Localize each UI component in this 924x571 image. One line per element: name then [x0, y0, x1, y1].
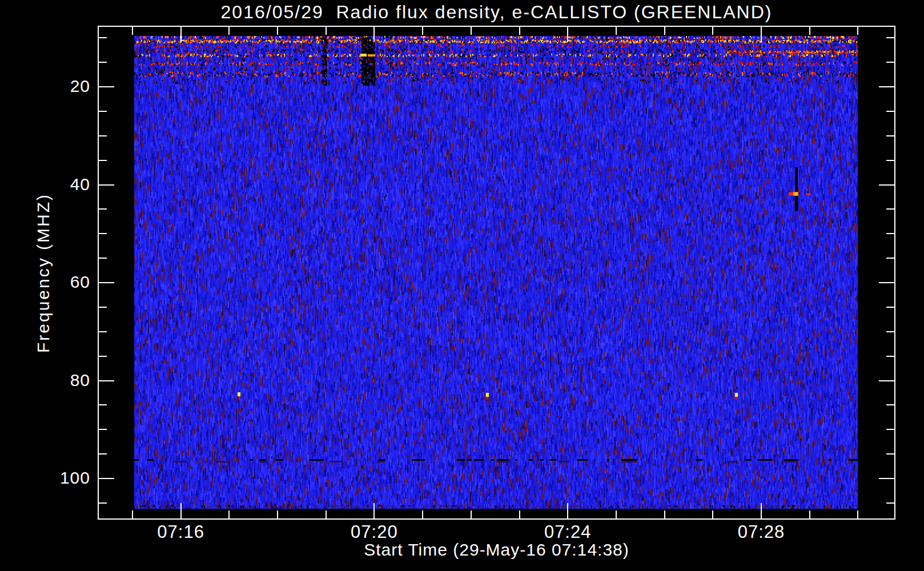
x-axis-tick: [712, 27, 713, 35]
x-axis-tick: [519, 510, 520, 518]
x-axis-tick: [471, 27, 472, 35]
x-axis-tick: [132, 27, 133, 35]
y-axis-tick: [99, 478, 114, 479]
y-axis-tick: [99, 429, 107, 430]
x-axis-tick: [616, 510, 617, 518]
x-tick-label: 07:24: [522, 522, 613, 542]
x-axis-tick: [809, 27, 810, 35]
y-axis-tick: [99, 233, 107, 234]
x-axis-tick: [277, 510, 278, 518]
y-axis-tick: [879, 282, 894, 283]
x-axis-tick: [326, 510, 327, 518]
y-axis-tick: [99, 160, 107, 161]
y-axis-tick: [879, 184, 894, 186]
y-axis-tick: [99, 502, 107, 504]
y-axis-tick: [886, 135, 894, 136]
page-title: 2016/05/29 Radio flux density, e-CALLIST…: [98, 2, 895, 23]
y-axis-tick: [886, 62, 894, 63]
y-tick-label: 20: [23, 77, 90, 96]
spectrogram-page: 2016/05/29 Radio flux density, e-CALLIST…: [0, 0, 924, 571]
y-axis-tick: [99, 37, 107, 38]
y-axis-tick: [879, 478, 894, 479]
x-axis-label: Start Time (29-May-16 07:14:38): [98, 540, 895, 560]
x-axis-tick: [809, 510, 810, 518]
y-tick-label: 80: [23, 371, 90, 390]
x-axis-tick: [373, 27, 375, 42]
y-axis-tick: [886, 160, 894, 161]
x-axis-tick: [519, 27, 520, 35]
x-axis-tick: [664, 27, 665, 35]
x-axis-tick: [228, 510, 230, 518]
y-axis-tick: [886, 404, 894, 405]
y-axis-tick: [886, 331, 894, 332]
y-axis-tick: [99, 307, 107, 308]
x-tick-label: 07:20: [328, 522, 420, 542]
y-tick-label: 100: [23, 468, 90, 488]
x-axis-tick: [422, 27, 423, 35]
y-tick-label: 60: [23, 272, 90, 292]
y-axis-tick: [99, 331, 107, 332]
x-axis-tick: [132, 510, 133, 518]
x-tick-label: 07:28: [716, 522, 807, 542]
x-axis-tick: [857, 27, 858, 35]
y-axis-tick: [99, 111, 107, 112]
y-axis-tick: [879, 380, 894, 381]
y-axis-tick: [99, 282, 114, 283]
y-axis-tick: [99, 404, 107, 405]
y-axis-tick: [886, 429, 894, 430]
y-axis-tick: [99, 356, 107, 357]
y-axis-tick: [886, 502, 894, 504]
y-axis-tick: [879, 86, 894, 87]
spectrogram-canvas: [134, 36, 858, 509]
y-tick-label: 40: [23, 175, 90, 194]
y-axis-tick: [99, 86, 114, 87]
x-axis-tick: [567, 27, 568, 42]
y-axis-tick: [99, 184, 114, 186]
x-axis-tick: [857, 510, 858, 518]
x-axis-tick: [712, 510, 713, 518]
y-axis-tick: [886, 453, 894, 455]
x-tick-label: 07:16: [135, 522, 227, 542]
y-axis-tick: [886, 307, 894, 308]
y-axis-tick: [886, 37, 894, 38]
y-axis-label: Frequency (MHZ): [34, 193, 53, 353]
x-axis-tick: [180, 503, 182, 518]
x-axis-tick: [180, 27, 182, 42]
x-axis-tick: [664, 510, 665, 518]
x-axis-tick: [761, 27, 762, 42]
x-axis-tick: [373, 503, 375, 518]
y-axis-tick: [99, 258, 107, 259]
y-axis-tick: [99, 453, 107, 455]
y-axis-tick: [99, 380, 114, 381]
x-axis-tick: [471, 510, 472, 518]
y-axis-tick: [99, 62, 107, 63]
y-axis-tick: [99, 135, 107, 136]
y-axis-tick: [886, 258, 894, 259]
y-axis-tick: [886, 356, 894, 357]
x-axis-tick: [761, 503, 762, 518]
x-axis-tick: [277, 27, 278, 35]
y-axis-tick: [99, 208, 107, 210]
x-axis-tick: [422, 510, 423, 518]
x-axis-tick: [567, 503, 568, 518]
y-axis-tick: [886, 208, 894, 210]
x-axis-tick: [326, 27, 327, 35]
x-axis-tick: [228, 27, 230, 35]
y-axis-tick: [886, 233, 894, 234]
x-axis-tick: [616, 27, 617, 35]
y-axis-tick: [886, 111, 894, 112]
